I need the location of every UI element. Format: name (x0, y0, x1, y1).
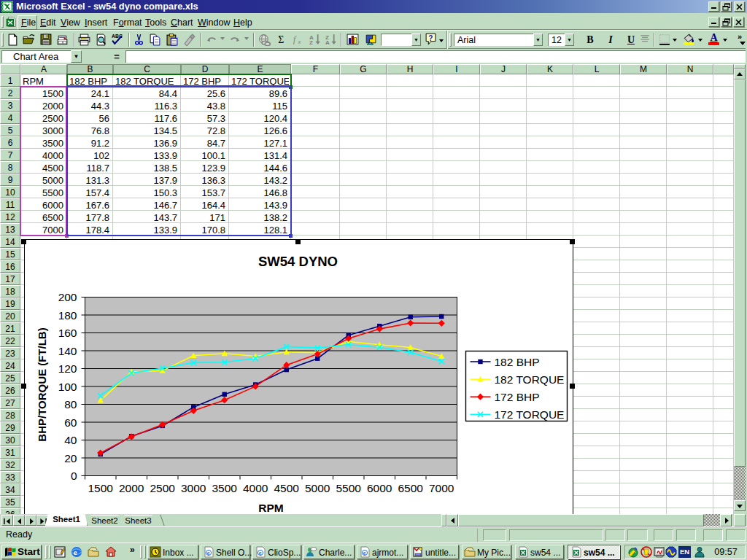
svg-text:x: x (297, 38, 301, 45)
svg-text:e: e (363, 549, 366, 556)
svg-text:180: 180 (58, 309, 77, 322)
svg-text:A: A (325, 39, 330, 45)
svg-text:182 BHP: 182 BHP (495, 356, 540, 368)
svg-text:4500: 4500 (274, 482, 300, 494)
svg-text:SW54 DYNO: SW54 DYNO (258, 254, 338, 269)
svg-text:Σ: Σ (278, 34, 284, 45)
svg-text:2000: 2000 (119, 482, 144, 494)
svg-text:e: e (259, 549, 262, 556)
svg-text:BHP/TORQUE (FT/LB): BHP/TORQUE (FT/LB) (36, 327, 48, 441)
svg-text:3500: 3500 (212, 482, 238, 494)
svg-text:140: 140 (58, 345, 77, 357)
svg-text:172 BHP: 172 BHP (495, 391, 540, 403)
svg-text:5500: 5500 (336, 482, 362, 494)
svg-text:e: e (74, 548, 77, 556)
svg-text:0: 0 (71, 470, 77, 482)
svg-text:1500: 1500 (88, 482, 114, 494)
svg-text:e: e (207, 549, 210, 556)
svg-text:6000: 6000 (367, 482, 392, 494)
svg-text:RPM: RPM (258, 502, 283, 513)
svg-text:172 TORQUE: 172 TORQUE (495, 408, 565, 421)
svg-text:20: 20 (64, 452, 77, 464)
svg-text:?: ? (428, 34, 433, 42)
svg-text:120: 120 (58, 362, 77, 375)
svg-text:182 TORQUE: 182 TORQUE (495, 373, 565, 386)
svg-text:80: 80 (64, 398, 77, 411)
svg-text:60: 60 (64, 416, 77, 429)
svg-text:3000: 3000 (181, 482, 206, 494)
svg-text:40: 40 (64, 434, 77, 446)
svg-text:200: 200 (58, 291, 77, 303)
svg-text:2500: 2500 (150, 482, 176, 494)
svg-text:160: 160 (58, 327, 77, 339)
svg-text:7000: 7000 (429, 482, 454, 494)
svg-text:4000: 4000 (243, 482, 268, 494)
svg-text:5000: 5000 (305, 482, 330, 494)
svg-text:Z: Z (309, 39, 313, 45)
svg-text:100: 100 (58, 381, 77, 393)
svg-text:6500: 6500 (398, 482, 424, 494)
svg-text:f: f (293, 35, 297, 44)
